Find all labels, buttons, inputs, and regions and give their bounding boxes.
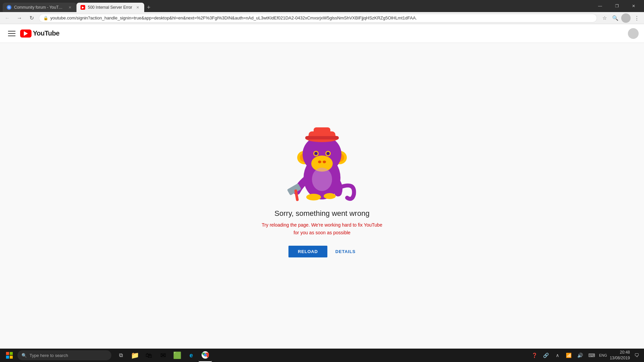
- svg-point-28: [204, 354, 207, 356]
- language-label: ENG: [598, 351, 608, 360]
- youtube-navbar-right: [628, 28, 639, 39]
- error-actions: RELOAD DETAILS: [288, 246, 356, 257]
- windows-icon: [6, 352, 13, 359]
- close-button[interactable]: ✕: [626, 1, 641, 11]
- clock-time: 20:48: [610, 350, 630, 355]
- reload-button[interactable]: RELOAD: [288, 246, 327, 257]
- help-icon[interactable]: ❓: [530, 351, 539, 360]
- edge-icon: e: [190, 352, 193, 359]
- taskview-icon: ⧉: [119, 352, 123, 358]
- profile-avatar[interactable]: [621, 13, 631, 23]
- svg-rect-25: [10, 356, 13, 359]
- taskview-button[interactable]: ⧉: [114, 349, 127, 362]
- window-controls: — ❐ ✕: [592, 1, 641, 11]
- lock-icon: 🔒: [43, 16, 48, 20]
- youtube-user-avatar[interactable]: [628, 28, 639, 39]
- clock-date: 13/08/2019: [610, 355, 630, 361]
- youtube-logo-text: YouTube: [33, 29, 59, 37]
- error-subtitle: Try reloading the page. We're working ha…: [262, 221, 382, 236]
- notifications-icon[interactable]: 🗨: [632, 351, 641, 360]
- tab-500-error[interactable]: ▶ 500 Internal Server Error ✕: [76, 3, 144, 12]
- tab2-favicon: ▶: [80, 5, 85, 10]
- error-subtitle-line1: Try reloading the page. We're working ha…: [262, 222, 382, 228]
- mail-icon: ✉: [160, 351, 166, 359]
- svg-point-20: [324, 193, 336, 199]
- error-monkey-illustration: [282, 114, 362, 201]
- address-bar: ← → ↻ 🔒 youtube.com/signin?action_handle…: [0, 12, 644, 24]
- url-bar[interactable]: 🔒 youtube.com/signin?action_handle_signi…: [39, 14, 597, 22]
- forward-button[interactable]: →: [15, 13, 24, 23]
- mail-button[interactable]: ✉: [156, 349, 170, 362]
- keyboard-icon[interactable]: ⌨: [587, 351, 596, 360]
- tab-community-forum[interactable]: G Community forum - YouTube He ✕: [3, 3, 76, 12]
- svg-point-19: [306, 194, 321, 200]
- volume-icon[interactable]: 🔊: [576, 351, 585, 360]
- svg-rect-24: [6, 356, 9, 359]
- youtube-page: YouTube: [0, 24, 644, 349]
- chrome-titlebar: G Community forum - YouTube He ✕ ▶ 500 I…: [0, 0, 644, 12]
- start-button[interactable]: [3, 349, 16, 362]
- tab1-title: Community forum - YouTube He: [14, 5, 64, 10]
- svg-point-12: [323, 161, 326, 163]
- wifi-icon[interactable]: 📶: [564, 351, 574, 360]
- svg-rect-22: [6, 352, 9, 355]
- error-subtitle-line2: for you as soon as possible: [293, 230, 351, 235]
- tab-group: G Community forum - YouTube He ✕ ▶ 500 I…: [3, 0, 591, 12]
- svg-rect-15: [314, 127, 330, 134]
- svg-rect-23: [10, 352, 13, 355]
- tab2-close[interactable]: ✕: [135, 5, 140, 10]
- tab2-title: 500 Internal Server Error: [88, 5, 132, 10]
- url-text: youtube.com/signin?action_handle_signin=…: [50, 15, 593, 20]
- green-app-button[interactable]: 🟩: [170, 349, 184, 362]
- taskbar-search-text: Type here to search: [30, 353, 68, 358]
- error-content: Sorry, something went wrong Try reloadin…: [0, 43, 644, 349]
- minimize-button[interactable]: —: [592, 1, 608, 11]
- taskbar-right: ❓ 🔗 ∧ 📶 🔊 ⌨ ENG 20:48 13/08/2019 🗨: [530, 350, 641, 361]
- tab1-favicon: G: [7, 5, 11, 10]
- youtube-navbar: YouTube: [0, 24, 644, 43]
- menu-icon[interactable]: ⋮: [632, 13, 641, 23]
- store-icon: 🛍: [146, 352, 152, 359]
- edge-button[interactable]: e: [184, 349, 198, 362]
- new-tab-button[interactable]: +: [144, 3, 153, 12]
- system-clock: 20:48 13/08/2019: [610, 350, 630, 361]
- tab1-close[interactable]: ✕: [67, 5, 72, 10]
- green-app-icon: 🟩: [173, 351, 181, 359]
- svg-point-8: [314, 152, 318, 155]
- back-button[interactable]: ←: [3, 13, 12, 23]
- youtube-menu-icon[interactable]: [5, 27, 19, 40]
- chevron-icon[interactable]: ∧: [553, 351, 562, 360]
- youtube-logo[interactable]: YouTube: [20, 29, 59, 38]
- taskbar-search-bar[interactable]: 🔍 Type here to search: [17, 350, 111, 360]
- details-button[interactable]: DETAILS: [335, 249, 356, 254]
- svg-point-10: [326, 152, 330, 155]
- store-button[interactable]: 🛍: [142, 349, 156, 362]
- windows-taskbar: 🔍 Type here to search ⧉ 📁 🛍 ✉ 🟩 e: [0, 349, 644, 362]
- youtube-logo-icon: [20, 29, 32, 38]
- reload-button[interactable]: ↻: [27, 13, 36, 23]
- chrome-icon: [202, 351, 209, 359]
- svg-point-11: [318, 161, 321, 163]
- chrome-button[interactable]: [199, 349, 212, 362]
- error-title: Sorry, something went wrong: [274, 209, 369, 218]
- bookmark-icon[interactable]: ☆: [600, 13, 609, 23]
- network-icon[interactable]: 🔗: [541, 351, 551, 360]
- svg-rect-16: [305, 136, 339, 139]
- taskbar-icons: ⧉ 📁 🛍 ✉ 🟩 e: [114, 349, 212, 362]
- fileexplorer-icon: 📁: [131, 351, 139, 359]
- search-icon[interactable]: 🔍: [610, 13, 620, 23]
- maximize-button[interactable]: ❐: [609, 1, 625, 11]
- fileexplorer-button[interactable]: 📁: [128, 349, 142, 362]
- address-actions: ☆ 🔍 ⋮: [600, 13, 641, 23]
- svg-point-21: [312, 168, 332, 191]
- taskbar-search-icon: 🔍: [21, 353, 27, 358]
